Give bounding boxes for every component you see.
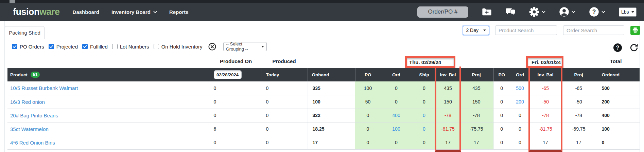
product-link[interactable]: 20# Bag Pinto Beans bbox=[10, 113, 58, 118]
cell-d1-ship[interactable]: 0 bbox=[412, 122, 436, 136]
product-link[interactable]: 16/3 Red onion bbox=[10, 99, 45, 105]
table-row: 35ct Watermelon6018.2501000-81.75-75.750… bbox=[7, 122, 640, 136]
checkbox-unchecked-icon[interactable] bbox=[154, 44, 159, 49]
cell-d1-proj: 17 bbox=[459, 136, 493, 149]
cell-d2-proj: -50 bbox=[561, 95, 597, 109]
checkbox-checked-icon[interactable] bbox=[12, 44, 17, 49]
product-link[interactable]: 35ct Watermelon bbox=[10, 126, 49, 132]
table-help-button[interactable]: ? bbox=[613, 43, 622, 52]
cell-today: 0 bbox=[261, 81, 308, 95]
toolbar-right: 2 Day bbox=[463, 25, 640, 35]
date-header-day2: Fri. 03/01/24 bbox=[526, 56, 563, 68]
cell-ordered: 0 bbox=[597, 136, 640, 149]
product-link[interactable]: 4*6 Red Onion Bins bbox=[10, 140, 55, 146]
cell-d2-po: 0 bbox=[493, 136, 510, 149]
tab-packing-shed[interactable]: Packing Shed bbox=[5, 26, 45, 39]
checkbox-unchecked-icon[interactable] bbox=[112, 44, 118, 49]
cell-d1-inv-bal: 150 bbox=[436, 95, 459, 109]
unit-select[interactable]: Lbs bbox=[619, 7, 637, 17]
product-header-label: Product bbox=[10, 72, 28, 77]
filter-fulfilled-label: Fulfilled bbox=[90, 44, 108, 50]
cell-d1-ship[interactable]: 0 bbox=[412, 109, 436, 122]
nav-item-dashboard[interactable]: Dashboard bbox=[73, 9, 99, 15]
product-link[interactable]: 10/5 Russet Burbank Walmart bbox=[10, 85, 78, 91]
brand-logo[interactable]: fusionware bbox=[13, 7, 60, 17]
day-range-select[interactable]: 2 Day bbox=[463, 26, 489, 35]
cell-d2-inv-bal: -81.75 bbox=[530, 122, 561, 136]
col-header-onhand[interactable]: Onhand bbox=[308, 68, 355, 81]
cell-d1-po: 0 bbox=[355, 136, 381, 149]
col-header-d1-ord[interactable]: Ord bbox=[381, 68, 412, 81]
cell-d1-proj: 435 bbox=[459, 81, 493, 95]
col-header-d2-ord[interactable]: Ord bbox=[510, 68, 530, 81]
produced-on-date-input[interactable] bbox=[214, 70, 242, 79]
messages-button[interactable] bbox=[505, 8, 516, 16]
cell-d2-inv-bal: 17 bbox=[530, 136, 561, 149]
cell-d2-proj: -69.75 bbox=[561, 122, 597, 136]
cell-d2-inv-bal: -78 bbox=[530, 109, 561, 122]
cell-d2-ord[interactable]: 500 bbox=[510, 81, 530, 95]
checkbox-checked-icon[interactable] bbox=[49, 44, 54, 49]
cell-produced-on: 0 bbox=[211, 109, 261, 122]
chevron-down-icon bbox=[572, 11, 575, 13]
cell-d1-ord[interactable]: 100 bbox=[381, 122, 412, 136]
help-menu[interactable]: ? bbox=[589, 7, 605, 17]
nav-item-reports[interactable]: Reports bbox=[169, 9, 189, 15]
cell-onhand: 18.25 bbox=[308, 122, 355, 136]
settings-menu[interactable] bbox=[529, 7, 545, 17]
add-folder-button[interactable] bbox=[482, 8, 492, 16]
svg-text:?: ? bbox=[592, 8, 596, 15]
col-header-ordered[interactable]: Ordered bbox=[597, 68, 640, 81]
order-search-input[interactable] bbox=[563, 25, 624, 35]
cell-d1-ord: 0 bbox=[381, 95, 412, 109]
filter-po-orders-label: PO Orders bbox=[20, 44, 44, 50]
cell-ordered: 500 bbox=[597, 81, 640, 95]
cell-d1-inv-bal: -81.75 bbox=[436, 122, 459, 136]
navbar-right: Order/PO # bbox=[417, 6, 644, 18]
filter-on-hold-inventory[interactable]: On Hold Inventory bbox=[154, 44, 203, 50]
cell-onhand: 17 bbox=[308, 136, 355, 149]
folder-plus-icon bbox=[482, 8, 492, 16]
user-circle-icon bbox=[559, 7, 569, 17]
tabbar-divider bbox=[4, 39, 640, 39]
cell-product: 35ct Watermelon bbox=[7, 122, 211, 136]
cell-ordered: 400 bbox=[597, 109, 640, 122]
nav-item-inventory-board[interactable]: Inventory Board bbox=[111, 9, 157, 15]
account-menu[interactable] bbox=[559, 7, 575, 17]
print-button[interactable] bbox=[630, 26, 640, 35]
product-search-input[interactable] bbox=[495, 25, 557, 35]
filter-fulfilled[interactable]: Fulfilled bbox=[82, 44, 108, 50]
cell-onhand: 322 bbox=[308, 109, 355, 122]
brand-part2: ware bbox=[39, 7, 60, 17]
cell-ordered: 200 bbox=[597, 95, 640, 109]
cell-d1-ship: 0 bbox=[412, 81, 436, 95]
cell-d1-po: 50 bbox=[355, 95, 381, 109]
cell-d1-proj: 150 bbox=[459, 95, 493, 109]
col-header-today[interactable]: Today bbox=[261, 68, 308, 81]
cell-d2-proj: -65 bbox=[561, 81, 597, 95]
col-header-d1-po[interactable]: PO bbox=[355, 68, 381, 81]
grouping-select[interactable]: -- Select Grouping -- bbox=[223, 42, 267, 51]
col-header-d1-ship[interactable]: Ship bbox=[412, 68, 436, 81]
clear-filters-button[interactable] bbox=[208, 43, 216, 51]
filter-lot-numbers[interactable]: Lot Numbers bbox=[112, 44, 149, 50]
refresh-button[interactable] bbox=[629, 43, 639, 54]
filter-projected[interactable]: Projected bbox=[49, 44, 78, 50]
col-header-d1-inv-bal[interactable]: Inv. Bal bbox=[436, 68, 459, 81]
nav-item-inventory-board-label: Inventory Board bbox=[111, 9, 151, 15]
cell-onhand: 335 bbox=[308, 81, 355, 95]
col-header-product: Product51 bbox=[7, 68, 211, 81]
order-po-input[interactable]: Order/PO # bbox=[417, 6, 468, 18]
cell-d2-ord[interactable]: 200 bbox=[510, 95, 530, 109]
cell-d2-po: 0 bbox=[493, 122, 510, 136]
cell-d1-ord[interactable]: 400 bbox=[381, 109, 412, 122]
cell-d1-ord: 0 bbox=[381, 136, 412, 149]
filter-po-orders[interactable]: PO Orders bbox=[12, 44, 44, 50]
cell-today: 0 bbox=[261, 95, 308, 109]
col-header-d1-proj[interactable]: Proj bbox=[459, 68, 493, 81]
col-header-d2-proj[interactable]: Proj bbox=[561, 68, 597, 81]
col-header-d2-po[interactable]: PO bbox=[493, 68, 510, 81]
cell-d1-inv-bal: -78 bbox=[436, 109, 459, 122]
col-header-d2-inv-bal[interactable]: Inv. Bal bbox=[530, 68, 561, 81]
checkbox-checked-icon[interactable] bbox=[82, 44, 88, 49]
